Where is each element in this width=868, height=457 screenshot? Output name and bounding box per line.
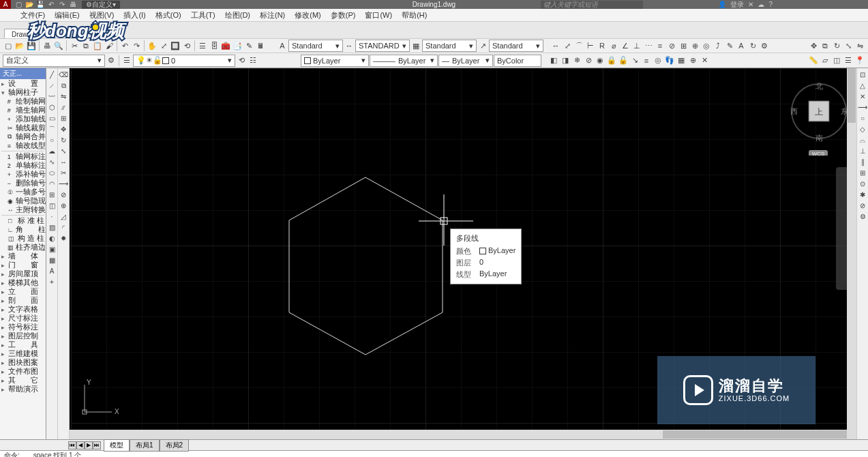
- osnap-qua-icon[interactable]: ◇: [858, 124, 868, 134]
- exchange-icon[interactable]: ✕: [748, 1, 753, 8]
- circle-icon[interactable]: ○: [47, 135, 57, 145]
- osnap-ext-icon[interactable]: ⟶: [858, 102, 868, 113]
- expander-icon[interactable]: ▸: [1, 271, 7, 278]
- xline-icon[interactable]: ⟋: [47, 80, 57, 91]
- vscroll-thumb[interactable]: [848, 68, 856, 123]
- layulk-icon[interactable]: 🔓: [618, 55, 629, 66]
- tangent-command[interactable]: ↔主附转换: [0, 205, 46, 214]
- help-icon[interactable]: ?: [768, 1, 773, 8]
- menu-help[interactable]: 帮助(H): [402, 10, 427, 20]
- layuniso-icon[interactable]: ◨: [560, 55, 571, 66]
- dim-arc-icon[interactable]: ⌒: [573, 40, 584, 51]
- tab-prev-icon[interactable]: ◀: [76, 441, 85, 449]
- expander-icon[interactable]: ▸: [1, 324, 7, 331]
- osnap-par-icon[interactable]: ∥: [858, 157, 868, 167]
- osnap-end-icon[interactable]: ⊡: [858, 70, 868, 80]
- explode-icon[interactable]: ✸: [59, 233, 69, 244]
- point-icon[interactable]: ·: [47, 211, 57, 222]
- extend-icon[interactable]: ⟶: [59, 179, 69, 189]
- stretch-icon[interactable]: ↔: [59, 157, 69, 167]
- redo-icon[interactable]: ↷: [131, 40, 142, 51]
- qat-open-icon[interactable]: 📂: [25, 1, 34, 9]
- addsel-icon[interactable]: +: [47, 277, 57, 287]
- dimstyle-icon[interactable]: ↔: [344, 40, 355, 51]
- hscroll-thumb[interactable]: [663, 430, 847, 439]
- laymrg-icon[interactable]: ⊕: [687, 55, 698, 66]
- cloud-icon[interactable]: ☁: [758, 1, 764, 8]
- menu-file[interactable]: 文件(F): [20, 10, 45, 20]
- tab-layout2[interactable]: 布局2: [160, 439, 190, 452]
- qat-print-icon[interactable]: 🖶: [68, 1, 78, 9]
- dim-base-icon[interactable]: ⊥: [631, 40, 642, 51]
- osnap-int-icon[interactable]: ✕: [858, 91, 868, 102]
- region-icon[interactable]: ▣: [47, 244, 57, 254]
- mleaderstyle-icon[interactable]: ↗: [477, 40, 488, 51]
- dim-dia-icon[interactable]: ⌀: [608, 40, 619, 51]
- scale-icon[interactable]: ⤡: [59, 146, 69, 156]
- jog-icon[interactable]: ⤴: [713, 40, 723, 51]
- insert-icon[interactable]: ⊞: [47, 190, 57, 200]
- plot-icon[interactable]: 🖶: [42, 40, 53, 51]
- menu-dimension[interactable]: 标注(N): [260, 10, 285, 20]
- fillet-icon[interactable]: ◜: [59, 222, 69, 233]
- search-input[interactable]: 键入关键字或短语: [541, 1, 643, 9]
- new-icon[interactable]: ▢: [3, 40, 14, 51]
- menu-draw[interactable]: 绘图(D): [225, 10, 250, 20]
- expander-icon[interactable]: ▸: [1, 333, 7, 340]
- dim-ord-icon[interactable]: ⊢: [585, 40, 596, 51]
- expander-icon[interactable]: ▸: [1, 386, 7, 393]
- measure-area-icon[interactable]: ▱: [820, 55, 830, 66]
- layer-prev-icon[interactable]: ⟲: [236, 55, 247, 66]
- dim-ang-icon[interactable]: ∠: [620, 40, 631, 51]
- color-dropdown[interactable]: ByLayer▾: [301, 55, 369, 67]
- expander-icon[interactable]: ▾: [1, 89, 7, 96]
- menu-parametric[interactable]: 参数(P): [331, 10, 356, 20]
- linetype-dropdown[interactable]: ———ByLayer▾: [370, 55, 438, 67]
- qcalc-icon[interactable]: 🖩: [255, 40, 266, 51]
- osnap-tan-icon[interactable]: ⌓: [858, 135, 868, 145]
- save-icon[interactable]: 💾: [26, 40, 37, 51]
- tangent-command[interactable]: ≡轴改线型: [0, 141, 46, 150]
- app-logo[interactable]: A: [0, 0, 11, 9]
- break-icon[interactable]: ⊘: [59, 190, 69, 200]
- textstyle-icon[interactable]: A: [277, 40, 288, 51]
- layiso-icon[interactable]: ◧: [548, 55, 559, 66]
- drawing-canvas[interactable]: 上 北 南 西 东 WCS 多段线 颜色 ByLayer 图层 0 线型 ByL…: [70, 68, 856, 439]
- paste-icon[interactable]: 📋: [92, 40, 103, 51]
- qat-save-icon[interactable]: 💾: [35, 1, 45, 9]
- zoom-rt-icon[interactable]: ⤢: [158, 40, 169, 51]
- chamfer-icon[interactable]: ◿: [59, 211, 69, 222]
- expander-icon[interactable]: ▸: [1, 280, 7, 286]
- rotate-icon[interactable]: ↻: [59, 135, 69, 145]
- block-icon[interactable]: ◫: [47, 201, 57, 211]
- tangent-group[interactable]: ▸帮助演示: [0, 385, 46, 394]
- copy2-icon[interactable]: ⧉: [59, 80, 69, 91]
- dc-icon[interactable]: 🗄: [209, 40, 220, 51]
- line-icon[interactable]: ╱: [47, 70, 57, 80]
- osnap-node-icon[interactable]: ⊙: [858, 179, 868, 189]
- tp-icon[interactable]: 🧰: [220, 40, 231, 51]
- tangent-panel-header[interactable]: 天正...: [0, 68, 46, 79]
- expander-icon[interactable]: ▸: [1, 289, 7, 295]
- trim-icon[interactable]: ✂: [59, 168, 69, 178]
- measure-dist-icon[interactable]: 📏: [808, 55, 819, 66]
- horizontal-scrollbar[interactable]: [70, 430, 856, 439]
- undo-icon[interactable]: ↶: [119, 40, 130, 51]
- expander-icon[interactable]: ▸: [1, 253, 7, 260]
- match-icon[interactable]: 🖌: [104, 40, 115, 51]
- menu-edit[interactable]: 编辑(E): [55, 10, 80, 20]
- mod-rotate-icon[interactable]: ↻: [831, 40, 842, 51]
- revcloud-icon[interactable]: ☁: [47, 146, 57, 156]
- qat-new-icon[interactable]: ▢: [14, 1, 23, 9]
- menu-insert[interactable]: 插入(I): [123, 10, 145, 20]
- dimtedit-icon[interactable]: A: [736, 40, 747, 51]
- osnap-mid-icon[interactable]: △: [858, 80, 868, 91]
- copy-icon[interactable]: ⧉: [80, 40, 91, 51]
- tab-next-icon[interactable]: ▶: [85, 441, 93, 449]
- open-icon[interactable]: 📂: [14, 40, 25, 51]
- ssm-icon[interactable]: 📑: [232, 40, 243, 51]
- text-style-dropdown[interactable]: Standard▾: [288, 40, 343, 52]
- login-icon[interactable]: 👤: [718, 1, 726, 8]
- laylck-icon[interactable]: 🔒: [606, 55, 617, 66]
- expander-icon[interactable]: ▸: [1, 80, 7, 87]
